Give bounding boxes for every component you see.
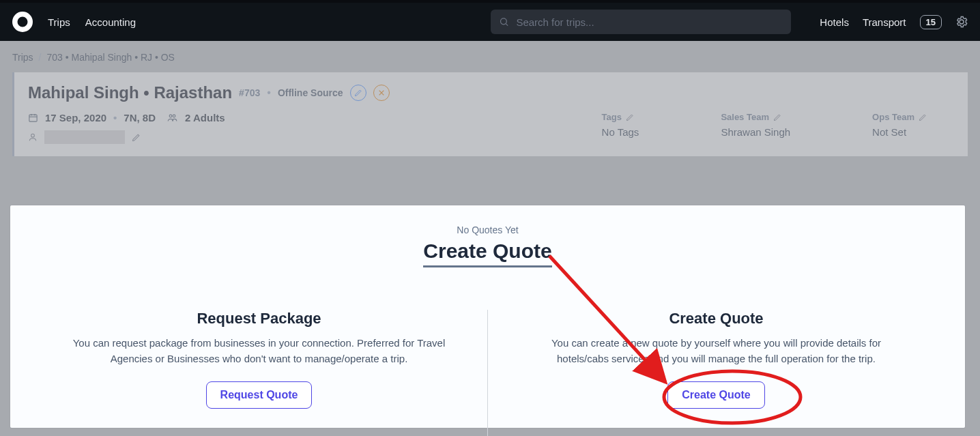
calendar-icon — [28, 113, 38, 123]
trip-meta-right: Tags No Tags Sales Team Shrawan Sin — [602, 112, 954, 138]
trip-owner-redacted — [44, 130, 125, 144]
breadcrumb-separator: / — [39, 52, 42, 63]
app-logo[interactable] — [12, 12, 33, 32]
svg-line-1 — [506, 24, 508, 26]
edit-sales-button[interactable] — [773, 113, 781, 121]
ops-label: Ops Team — [872, 112, 914, 122]
trip-id: #703 — [239, 87, 260, 98]
search-icon — [499, 16, 509, 27]
svg-point-0 — [501, 18, 507, 25]
nav-transport[interactable]: Transport — [863, 16, 906, 28]
create-quote-button[interactable]: Create Quote — [667, 381, 764, 409]
edit-owner-button[interactable] — [132, 133, 141, 142]
svg-point-7 — [173, 115, 175, 117]
pencil-icon — [354, 89, 362, 97]
tags-column: Tags No Tags — [602, 112, 639, 138]
trip-meta-line2 — [28, 130, 225, 144]
panel-columns: Request Package You can request package … — [31, 310, 945, 436]
pencil-icon — [132, 133, 141, 142]
settings-button[interactable] — [955, 16, 968, 28]
search-field[interactable] — [491, 10, 791, 34]
trip-header-card: Mahipal Singh • Rajasthan #703 • Offline… — [12, 72, 968, 156]
trip-meta-row: 17 Sep, 2020 • 7N, 8D 2 Adults — [28, 112, 954, 144]
sales-value: Shrawan Singh — [721, 126, 790, 138]
logo-icon — [16, 16, 29, 28]
edit-ops-button[interactable] — [919, 113, 927, 121]
panel-header: No Quotes Yet Create Quote — [31, 224, 945, 267]
request-package-heading: Request Package — [72, 310, 446, 328]
sales-label: Sales Team — [721, 112, 769, 122]
pencil-icon — [626, 113, 634, 121]
trip-meta-left: 17 Sep, 2020 • 7N, 8D 2 Adults — [28, 112, 225, 144]
ops-value: Not Set — [872, 126, 927, 138]
request-quote-button[interactable]: Request Quote — [206, 381, 313, 409]
trip-source: Offline Source — [278, 87, 343, 98]
quote-panel: No Quotes Yet Create Quote Request Packa… — [10, 205, 965, 428]
svg-rect-2 — [29, 115, 37, 121]
cancel-trip-button[interactable] — [373, 85, 390, 101]
page-content: Trips / 703 • Mahipal Singh • RJ • OS Ma… — [0, 41, 980, 156]
tags-label: Tags — [602, 112, 622, 122]
trip-meta-line1: 17 Sep, 2020 • 7N, 8D 2 Adults — [28, 112, 225, 123]
request-package-desc: You can request package from businesses … — [72, 336, 446, 366]
trip-pax: 2 Adults — [185, 112, 225, 123]
breadcrumb: Trips / 703 • Mahipal Singh • RJ • OS — [12, 52, 968, 63]
nav-trips[interactable]: Trips — [48, 16, 70, 28]
panel-title: Create Quote — [423, 239, 551, 267]
pencil-icon — [773, 113, 781, 121]
nav-right: Hotels Transport 15 — [820, 15, 968, 29]
request-package-col: Request Package You can request package … — [31, 310, 487, 436]
create-quote-col: Create Quote You can create a new quote … — [488, 310, 945, 436]
no-quotes-label: No Quotes Yet — [31, 224, 945, 235]
trip-date: 17 Sep, 2020 — [45, 112, 106, 123]
separator-dot: • — [267, 87, 271, 99]
tags-value: No Tags — [602, 126, 639, 138]
sales-column: Sales Team Shrawan Singh — [721, 112, 790, 138]
nav-links: Trips Accounting — [48, 16, 136, 28]
create-quote-heading: Create Quote — [529, 310, 904, 328]
edit-tags-button[interactable] — [626, 113, 634, 121]
breadcrumb-root[interactable]: Trips — [12, 52, 33, 63]
search-input[interactable] — [516, 16, 783, 28]
navbar: Trips Accounting Hotels Transport 15 — [0, 3, 980, 41]
notifications-badge[interactable]: 15 — [920, 15, 942, 29]
person-icon — [28, 132, 38, 142]
nav-accounting[interactable]: Accounting — [85, 16, 136, 28]
edit-trip-button[interactable] — [350, 85, 366, 101]
gear-icon — [955, 16, 968, 28]
trip-header: Mahipal Singh • Rajasthan #703 • Offline… — [28, 83, 954, 102]
close-icon — [378, 89, 385, 96]
create-quote-desc: You can create a new quote by yourself w… — [529, 336, 904, 366]
nav-hotels[interactable]: Hotels — [820, 16, 849, 28]
people-icon — [167, 113, 178, 123]
breadcrumb-current: 703 • Mahipal Singh • RJ • OS — [46, 52, 174, 63]
trip-title: Mahipal Singh • Rajasthan — [28, 83, 232, 102]
svg-point-6 — [169, 115, 172, 117]
trip-duration: 7N, 8D — [124, 112, 156, 123]
ops-column: Ops Team Not Set — [872, 112, 927, 138]
svg-point-8 — [31, 134, 35, 137]
pencil-icon — [919, 113, 927, 121]
